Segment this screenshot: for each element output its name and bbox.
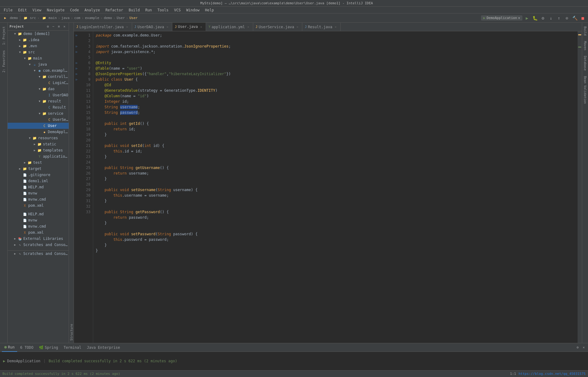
- tab-user[interactable]: J User.java ✕: [172, 23, 206, 31]
- tree-node-mvn[interactable]: ▶ 📁 .mvn: [8, 43, 69, 49]
- tree-node-gitignore[interactable]: ▶ 📄 .gitignore: [8, 172, 69, 178]
- gutter-fold-8[interactable]: ▷: [74, 71, 79, 77]
- tree-node-idea[interactable]: ▶ 📁 .idea: [8, 37, 69, 43]
- tree-node-demoapplication[interactable]: ▶ ◆ DemoApplication: [8, 129, 69, 135]
- gutter-fold-9[interactable]: ▷: [74, 77, 79, 82]
- btab-terminal[interactable]: Terminal: [61, 343, 84, 352]
- tree-node-test[interactable]: ▶ 📁 test: [8, 160, 69, 166]
- tab-close-btn[interactable]: ✕: [199, 25, 203, 29]
- tree-node-mvnw[interactable]: ▶ 📄 mvnw: [8, 190, 69, 196]
- tree-node-logincontroller[interactable]: ▶ C LoginController: [8, 80, 69, 86]
- menu-edit[interactable]: Edit: [16, 7, 29, 13]
- tab-result[interactable]: J Result.java ✕: [302, 23, 341, 31]
- tree-node-iml[interactable]: ▶ 📄 demo1.iml: [8, 178, 69, 184]
- file-tree[interactable]: ▼ 📁 demo [demo1] ▶ 📁 .idea ▶ 📁 .mvn: [8, 31, 69, 343]
- rtab-bean-validation[interactable]: Bean Validation: [582, 74, 588, 106]
- debug-button[interactable]: 🐛: [532, 15, 538, 21]
- tree-node-mvnw2[interactable]: ▶ 📄 mvnw: [8, 217, 69, 223]
- expand-arrow[interactable]: ▼: [37, 112, 42, 115]
- tree-node-helpmd2[interactable]: ▶ 📄 HELP.md: [8, 211, 69, 217]
- settings-button[interactable]: ⚙: [540, 15, 546, 21]
- tree-node-package[interactable]: ▼ ● com.example.demo: [8, 67, 69, 74]
- tree-node-appyml[interactable]: ▶ Y application.yml: [8, 153, 69, 160]
- toolbar-src-icon[interactable]: 📁: [22, 15, 29, 21]
- expand-arrow[interactable]: ▼: [22, 57, 27, 60]
- menu-build[interactable]: Build: [126, 7, 142, 13]
- code-content[interactable]: package com.example.demo.User; import co…: [93, 31, 578, 343]
- sidebar-gear-btn[interactable]: ⚙: [45, 24, 50, 29]
- menu-file[interactable]: File: [1, 7, 15, 13]
- tree-node-pomxml[interactable]: ▶ X pom.xml: [8, 202, 69, 209]
- tree-node-user[interactable]: ▶ C User: [8, 123, 69, 129]
- expand-arrow[interactable]: ▶: [13, 243, 17, 246]
- expand-arrow[interactable]: ▶: [32, 149, 37, 152]
- build-button[interactable]: 🔨: [571, 15, 578, 21]
- expand-arrow[interactable]: ▼: [27, 63, 32, 66]
- tab-userservice[interactable]: J UserService.java ✕: [253, 23, 303, 31]
- toolbar-icon-demo[interactable]: ▶: [2, 15, 9, 21]
- tab-appyml[interactable]: Y application.yml ✕: [206, 23, 253, 31]
- menu-tools[interactable]: Tools: [155, 7, 171, 13]
- tree-node-mvnwcmd2[interactable]: ▶ 📄 mvnw.cmd: [8, 223, 69, 229]
- tab-close-btn[interactable]: ✕: [334, 25, 338, 29]
- menu-code[interactable]: Code: [68, 7, 82, 13]
- menu-window[interactable]: Window: [184, 7, 202, 13]
- tree-node-static[interactable]: ▶ 📁 static: [8, 141, 69, 147]
- stop-button[interactable]: ■: [579, 15, 586, 21]
- menu-view[interactable]: View: [30, 7, 44, 13]
- tab-userdao[interactable]: J UserDAO.java ✕: [132, 23, 173, 31]
- tree-node-result[interactable]: ▶ C Result: [8, 104, 69, 110]
- gutter-fold-3[interactable]: ▷: [74, 44, 79, 49]
- expand-arrow[interactable]: ▼: [37, 87, 42, 90]
- expand-arrow[interactable]: ▼: [37, 100, 42, 103]
- tree-node-ext-libs[interactable]: ▶ 📚 External Libraries: [8, 236, 69, 242]
- expand-arrow[interactable]: ▶: [17, 38, 22, 41]
- status-link[interactable]: https://blog.csdn.net/qq_45031575: [518, 372, 586, 376]
- btab-spring[interactable]: 🌿 Spring: [36, 343, 60, 352]
- run-config-selector[interactable]: ▶ DemoApplication ▼: [481, 15, 522, 21]
- gutter-fold-1[interactable]: ▷: [74, 33, 79, 38]
- btab-todo[interactable]: 6 TODO: [18, 343, 36, 352]
- sidebar-close-btn[interactable]: ✕: [62, 24, 67, 29]
- tree-node-target[interactable]: ▶ 📁 target: [8, 166, 69, 172]
- tree-node-result-folder[interactable]: ▼ 📁 result: [8, 98, 69, 104]
- menu-vcs[interactable]: VCS: [172, 7, 183, 13]
- run-button[interactable]: ▶: [524, 15, 530, 21]
- tab-close-btn[interactable]: ✕: [295, 25, 300, 29]
- tree-node-templates[interactable]: ▶ 📁 templates: [8, 147, 69, 153]
- tree-node-java-folder[interactable]: ▼ ☕ java: [8, 61, 69, 67]
- tree-node-scratches[interactable]: ▶ ✎ Scratches and Consoles: [8, 242, 69, 248]
- bottom-close-btn[interactable]: ✕: [581, 345, 586, 350]
- tree-node-demo[interactable]: ▼ 📁 demo [demo1]: [8, 31, 69, 37]
- tree-node-userservice[interactable]: ▶ C UserService: [8, 117, 69, 123]
- tree-node-service[interactable]: ▼ 📁 service: [8, 110, 69, 117]
- rtab-build[interactable]: Build: [582, 24, 588, 38]
- menu-analyze[interactable]: Analyze: [82, 7, 102, 13]
- menu-refactor[interactable]: Refactor: [103, 7, 126, 13]
- expand-arrow[interactable]: ▶: [17, 44, 22, 48]
- menu-run[interactable]: Run: [143, 7, 155, 13]
- tab-logincontroller[interactable]: J LoginController.java ✕: [74, 23, 132, 31]
- rtab-database[interactable]: Database: [582, 53, 588, 73]
- tab-close-btn[interactable]: ✕: [165, 25, 170, 29]
- expand-arrow[interactable]: ▼: [13, 32, 17, 35]
- rtab-maven[interactable]: Maven: [582, 39, 588, 53]
- tree-node-resources[interactable]: ▼ 📁 resources: [8, 135, 69, 141]
- gutter-fold-6[interactable]: ▷: [74, 60, 79, 66]
- tree-node-helpmd[interactable]: ▶ 📄 HELP.md: [8, 184, 69, 190]
- gutter-fold-7[interactable]: ▷: [74, 66, 79, 71]
- sidebar-collapse-btn[interactable]: −: [51, 24, 56, 29]
- tree-node-src[interactable]: ▼ 📁 src: [8, 49, 69, 55]
- menu-navigate[interactable]: Navigate: [44, 7, 67, 13]
- sidebar-settings-btn[interactable]: ≡: [56, 24, 61, 29]
- expand-arrow[interactable]: ▶: [13, 237, 17, 240]
- bottom-settings-btn[interactable]: ⚙: [575, 345, 580, 350]
- tree-node-scratches2[interactable]: ▶ ✎ Scratches and Consoles: [8, 251, 69, 257]
- git-history-button[interactable]: ⊙: [563, 15, 570, 21]
- tree-node-dao[interactable]: ▼ 📁 dao: [8, 86, 69, 92]
- expand-arrow[interactable]: ▼: [17, 51, 22, 54]
- git-update-button[interactable]: ↓: [548, 15, 554, 21]
- vtab-project[interactable]: 1: Project: [1, 24, 6, 47]
- git-push-button[interactable]: ↑: [556, 15, 562, 21]
- tree-node-main[interactable]: ▼ 📁 main: [8, 55, 69, 61]
